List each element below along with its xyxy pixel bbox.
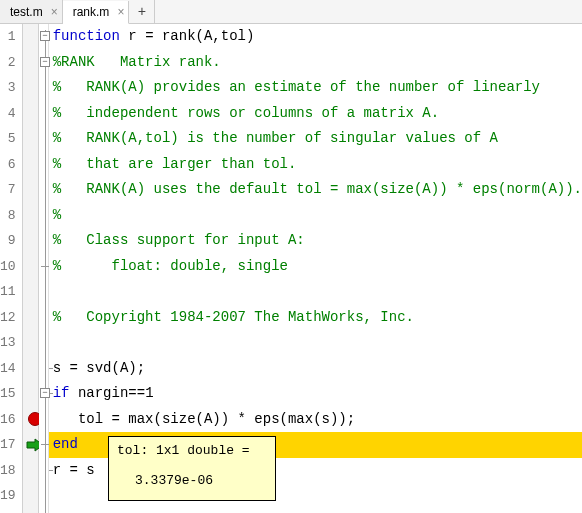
line-number: 14 [0,356,16,382]
plus-icon: + [138,4,146,20]
fold-gutter[interactable]: − − − [39,24,49,513]
line-number: 9 [0,228,16,254]
line-number: 8 [0,203,16,229]
add-tab-button[interactable]: + [129,0,155,23]
line-number: 17 [0,432,16,458]
line-number-gutter: 1 2 3 4 5 6 7 8 9 10 11 12 13 14 15 16 1… [0,24,23,513]
code-line: % RANK(A,tol) is the number of singular … [49,126,582,152]
line-number: 18 [0,458,16,484]
code-line: function r = rank(A,tol) [49,24,582,50]
line-number: 6 [0,152,16,178]
line-number: 7 [0,177,16,203]
variable-tooltip: tol: 1x1 double = 3.3379e-06 [108,436,276,501]
code-line: % RANK(A) provides an estimate of the nu… [49,75,582,101]
tooltip-header: tol: 1x1 double = [117,441,269,461]
line-number: 10 [0,254,16,280]
close-icon[interactable]: × [117,6,124,18]
code-line: if nargin==1 [49,381,582,407]
tab-label: rank.m [73,5,110,19]
line-number: 12 [0,305,16,331]
code-line [49,279,582,305]
line-number: 5 [0,126,16,152]
code-line: tol = max(size(A)) * eps(max(s)); [49,407,582,433]
line-number: 4 [0,101,16,127]
line-number: 13 [0,330,16,356]
line-number: 16 [0,407,16,433]
line-number: 15 [0,381,16,407]
tab-label: test.m [10,5,43,19]
line-number: 19 [0,483,16,509]
line-number: 2 [0,50,16,76]
tab-test-m[interactable]: test.m × [0,0,63,23]
code-line: s = svd(A); [49,356,582,382]
code-line: % RANK(A) uses the default tol = max(siz… [49,177,582,203]
code-line: % that are larger than tol. [49,152,582,178]
code-line: % Class support for input A: [49,228,582,254]
code-line: % [49,203,582,229]
code-line: % float: double, single [49,254,582,280]
tab-bar: test.m × rank.m × + [0,0,582,24]
code-line: %RANK Matrix rank. [49,50,582,76]
breakpoint-gutter[interactable] [23,24,39,513]
line-number: 11 [0,279,16,305]
fold-guide [45,30,46,513]
line-number: 1 [0,24,16,50]
line-number: 3 [0,75,16,101]
tooltip-value: 3.3379e-06 [117,471,269,491]
tab-rank-m[interactable]: rank.m × [63,1,130,24]
code-line [49,330,582,356]
code-editor[interactable]: 1 2 3 4 5 6 7 8 9 10 11 12 13 14 15 16 1… [0,24,582,513]
code-line: % Copyright 1984-2007 The MathWorks, Inc… [49,305,582,331]
close-icon[interactable]: × [51,6,58,18]
code-line: % independent rows or columns of a matri… [49,101,582,127]
